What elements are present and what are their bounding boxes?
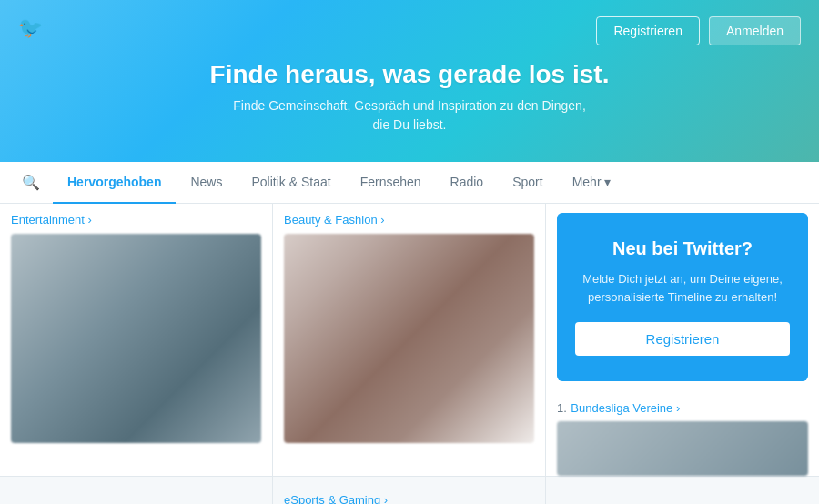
entertainment-link[interactable]: Entertainment › [11, 213, 261, 227]
tab-mehr[interactable]: Mehr ▾ [558, 162, 626, 204]
tab-fernsehen[interactable]: Fernsehen [346, 162, 436, 204]
entertainment-image [11, 234, 261, 443]
tab-news[interactable]: News [176, 162, 237, 204]
signup-title: Neu bei Twitter? [575, 238, 790, 259]
hero-subtitle: Finde Gemeinschaft, Gespräch und Inspira… [228, 96, 592, 135]
search-icon[interactable]: 🔍 [9, 174, 53, 191]
esports-section: eSports & Gaming › [273, 477, 546, 504]
esports-link[interactable]: eSports & Gaming › [284, 493, 534, 504]
login-button[interactable]: Anmelden [709, 16, 801, 45]
beauty-section: Beauty & Fashion › [273, 204, 546, 476]
tab-hervorgehoben[interactable]: Hervorgehoben [53, 162, 176, 204]
tab-sport[interactable]: Sport [498, 162, 557, 204]
col3-bottom [546, 477, 819, 504]
signup-description: Melde Dich jetzt an, um Deine eigene, pe… [575, 270, 790, 306]
beauty-link[interactable]: Beauty & Fashion › [284, 213, 534, 227]
nav-tabs: 🔍 Hervorgehoben News Politik & Staat Fer… [0, 162, 819, 204]
tab-radio[interactable]: Radio [436, 162, 499, 204]
signup-panel: Neu bei Twitter? Melde Dich jetzt an, um… [557, 213, 808, 381]
signup-button[interactable]: Registrieren [575, 322, 790, 356]
bundesliga-rank: 1. [557, 401, 567, 415]
twitter-logo: 🐦 [18, 16, 43, 40]
tab-politik[interactable]: Politik & Staat [237, 162, 345, 204]
bundesliga-link[interactable]: Bundesliga Vereine › [571, 401, 680, 415]
bundesliga-section: 1. Bundesliga Vereine › [546, 390, 819, 476]
beauty-image [284, 234, 534, 443]
signup-column: Neu bei Twitter? Melde Dich jetzt an, um… [546, 204, 819, 476]
hero-section: 🐦 Registrieren Anmelden Finde heraus, wa… [0, 0, 819, 162]
bundesliga-image [557, 421, 808, 476]
hero-title: Finde heraus, was gerade los ist. [18, 60, 801, 89]
register-button[interactable]: Registrieren [596, 16, 699, 45]
col1-bottom [0, 477, 273, 504]
entertainment-section: Entertainment › [0, 204, 273, 476]
hero-nav: Registrieren Anmelden [18, 16, 801, 45]
